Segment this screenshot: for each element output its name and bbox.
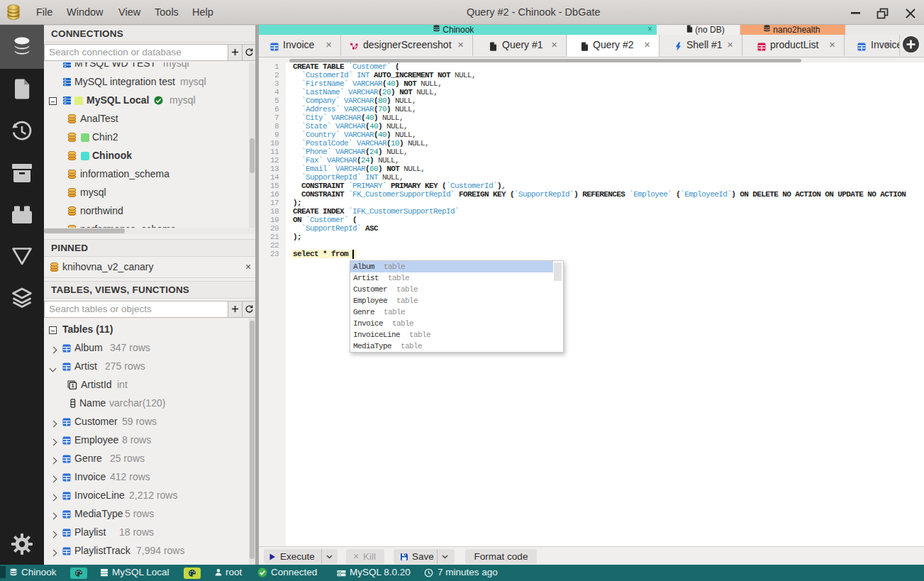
- svg-text:1: 1: [72, 382, 74, 389]
